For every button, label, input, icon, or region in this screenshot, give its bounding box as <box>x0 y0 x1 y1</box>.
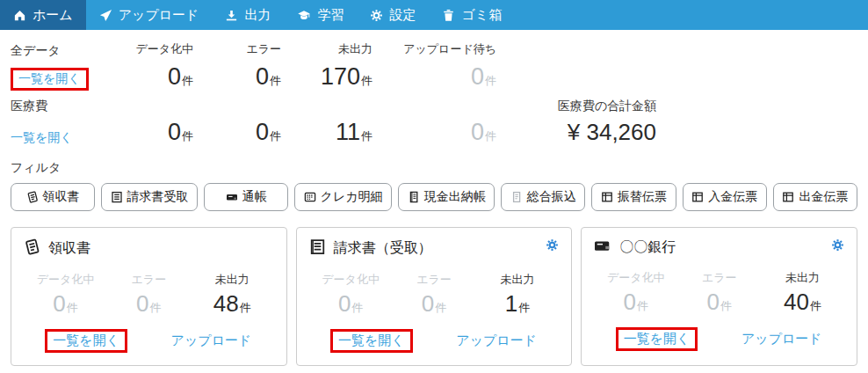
card-value-error: 0件 <box>107 290 191 318</box>
transfer-slip-icon <box>601 191 613 203</box>
stat-value-pending: 11件 <box>281 119 373 146</box>
nav-item-upload[interactable]: アップロード <box>86 0 213 30</box>
stats-value-row-all-data: 一覧を開く 0件 0件 170件 0件 <box>11 59 857 91</box>
card-stats: データ化中 0件 エラー 0件 未出力 40件 <box>594 270 844 316</box>
stat-value-error: 0件 <box>193 119 281 146</box>
card-header-pending: 未出力 <box>761 270 844 286</box>
nav-item-label: 出力 <box>244 7 271 24</box>
card-stats: データ化中 0件 エラー 0件 未出力 1件 <box>309 272 560 318</box>
receipt-icon <box>26 191 39 203</box>
stat-row-label-medical: 医療費 <box>11 99 125 114</box>
header-error: エラー <box>193 41 281 59</box>
trash-icon <box>442 9 455 22</box>
nav-item-label: ゴミ箱 <box>461 7 502 24</box>
filter-button-invoice-received[interactable]: 請求書受取 <box>101 183 198 211</box>
card-value-processing: 0件 <box>24 290 107 318</box>
home-icon <box>13 9 26 22</box>
nav-item-trash[interactable]: ゴミ箱 <box>429 0 515 30</box>
card-header-processing: データ化中 <box>594 270 677 286</box>
card-value-pending: 1件 <box>475 290 559 318</box>
medical-total-label: 医療費の合計金額 <box>496 99 656 114</box>
card-header-processing: データ化中 <box>309 272 393 288</box>
invoice-icon <box>111 191 123 203</box>
card-title: 請求書（受取） <box>309 238 560 259</box>
open-list-link[interactable]: 一覧を開く <box>53 333 119 347</box>
top-nav: ホーム アップロード 出力 学習 設定 ゴミ箱 <box>0 0 868 30</box>
invoice-icon <box>309 238 326 259</box>
upload-link[interactable]: アップロード <box>741 331 822 346</box>
open-list-link-all-data[interactable]: 一覧を開く <box>18 71 81 85</box>
card-header-processing: データ化中 <box>24 272 107 288</box>
open-list-link[interactable]: 一覧を開く <box>338 333 405 347</box>
download-icon <box>225 9 238 22</box>
stat-value-processing: 0件 <box>125 63 193 91</box>
nav-item-label: 学習 <box>317 7 344 24</box>
filter-button-deposit-slip[interactable]: 入金伝票 <box>683 183 767 211</box>
open-list-link[interactable]: 一覧を開く <box>624 331 691 346</box>
filter-button-cash-book[interactable]: 現金出納帳 <box>398 183 495 211</box>
card-invoice-received: 請求書（受取） データ化中 0件 エラー 0件 未出力 1件 一覧を開く アップ… <box>296 227 573 366</box>
filter-button-credit-card-statement[interactable]: クレカ明細 <box>294 183 392 211</box>
nav-item-output[interactable]: 出力 <box>212 0 284 30</box>
card-value-processing: 0件 <box>594 289 677 316</box>
header-processing: データ化中 <box>125 41 193 59</box>
card-value-error: 0件 <box>393 290 476 318</box>
filter-button-passbook[interactable]: 通帳 <box>204 183 288 211</box>
stat-value-pending: 170件 <box>281 63 373 91</box>
filter-button-withdrawal-slip[interactable]: 出金伝票 <box>773 183 857 211</box>
filter-buttons: 領収書 請求書受取 通帳 クレカ明細 現金出納帳 総合振込 振替伝票 入金伝票 <box>11 183 857 211</box>
passbook-icon <box>226 191 238 203</box>
filter-button-general-transfer[interactable]: 総合振込 <box>501 183 585 211</box>
filter-title: フィルタ <box>11 160 857 176</box>
filter-button-receipt[interactable]: 領収書 <box>11 183 95 211</box>
card-header-error: エラー <box>393 272 476 288</box>
stat-row-label-all-data: 全データ <box>11 43 125 59</box>
open-list-link-medical[interactable]: 一覧を開く <box>11 130 73 144</box>
upload-link[interactable]: アップロード <box>171 333 252 347</box>
stats-header-row-medical: 医療費 医療費の合計金額 <box>11 99 857 114</box>
document-cards: 領収書 データ化中 0件 エラー 0件 未出力 48件 一覧を開く アップロード… <box>11 227 857 366</box>
filter-button-transfer-slip[interactable]: 振替伝票 <box>591 183 676 211</box>
card-title: 〇〇銀行 <box>594 238 844 257</box>
highlight-box: 一覧を開く <box>45 329 127 353</box>
card-header-pending: 未出力 <box>475 272 559 288</box>
withdrawal-slip-icon <box>782 191 794 203</box>
filter-section: フィルタ 領収書 請求書受取 通帳 クレカ明細 現金出納帳 総合振込 振替伝票 <box>11 160 857 211</box>
medical-total-value: ¥ 34,260 <box>496 119 656 146</box>
stats-header-row: 全データ データ化中 エラー 未出力 アップロード待ち <box>11 41 857 59</box>
send-icon <box>99 9 112 22</box>
card-links: 一覧を開く アップロード <box>594 327 844 351</box>
creditcard-icon <box>304 191 316 203</box>
card-links: 一覧を開く アップロード <box>24 329 274 353</box>
gear-icon[interactable] <box>831 238 844 255</box>
card-links: 一覧を開く アップロード <box>309 329 560 353</box>
nav-item-label: ホーム <box>33 7 73 24</box>
receipt-icon <box>24 238 40 259</box>
passbook-icon <box>594 238 611 257</box>
stats-section: 全データ データ化中 エラー 未出力 アップロード待ち 一覧を開く 0件 0件 … <box>11 41 857 146</box>
header-waiting: アップロード待ち <box>373 41 496 59</box>
stat-value-waiting: 0件 <box>373 63 496 91</box>
nav-item-home[interactable]: ホーム <box>0 0 86 30</box>
card-stats: データ化中 0件 エラー 0件 未出力 48件 <box>24 272 274 318</box>
stats-value-row-medical: 一覧を開く 0件 0件 11件 0件 ¥ 34,260 <box>11 114 857 146</box>
nav-item-learning[interactable]: 学習 <box>284 0 357 30</box>
cashbook-icon <box>408 191 420 203</box>
card-value-error: 0件 <box>677 289 761 316</box>
stat-value-waiting: 0件 <box>373 119 496 146</box>
nav-item-settings[interactable]: 設定 <box>357 0 429 30</box>
card-bank: 〇〇銀行 データ化中 0件 エラー 0件 未出力 40件 一覧を開く アップロー… <box>581 227 857 366</box>
nav-item-label: 設定 <box>389 7 416 24</box>
gear-icon <box>370 9 383 22</box>
gear-icon[interactable] <box>546 238 559 255</box>
card-header-error: エラー <box>107 272 191 288</box>
stat-value-processing: 0件 <box>125 119 193 146</box>
card-value-processing: 0件 <box>309 290 393 318</box>
highlight-box: 一覧を開く <box>11 68 89 91</box>
upload-link[interactable]: アップロード <box>456 333 537 347</box>
card-value-pending: 40件 <box>761 289 844 316</box>
nav-item-label: アップロード <box>119 7 199 24</box>
card-value-pending: 48件 <box>191 290 274 318</box>
graduation-cap-icon <box>297 9 311 22</box>
header-pending: 未出力 <box>281 41 373 59</box>
